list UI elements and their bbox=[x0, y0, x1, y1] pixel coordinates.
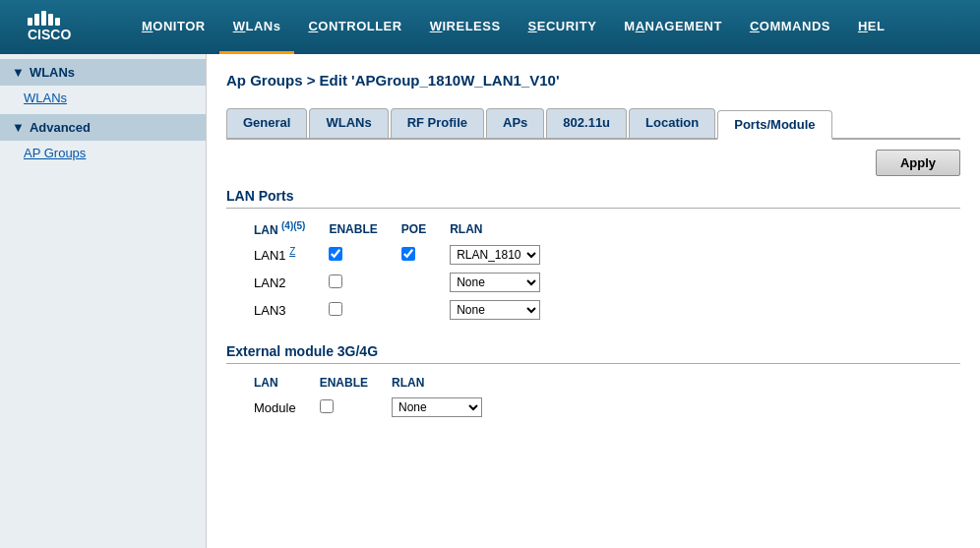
lan1-rlan-cell: RLAN_1810 None bbox=[442, 241, 556, 269]
lan2-enable-cell bbox=[321, 269, 393, 296]
lan2-rlan-select[interactable]: None RLAN_1810 bbox=[450, 273, 540, 292]
nav-security[interactable]: SECURITY bbox=[515, 0, 611, 54]
sidebar-wlans-label: WLANs bbox=[30, 65, 75, 80]
lan2-enable-checkbox[interactable] bbox=[329, 274, 342, 288]
apply-row: Apply bbox=[226, 150, 960, 176]
svg-rect-3 bbox=[48, 14, 53, 26]
module-rlan-select[interactable]: None RLAN_1810 bbox=[392, 397, 482, 417]
module-col-header-enable: ENABLE bbox=[312, 372, 384, 394]
lan-ports-table: LAN (4)(5) ENABLE POE RLAN LAN1 Z bbox=[246, 216, 556, 324]
breadcrumb: Ap Groups > Edit 'APGroup_1810W_LAN1_V10… bbox=[226, 64, 960, 96]
nav-management[interactable]: MANAGEMENT bbox=[610, 0, 736, 54]
table-row: LAN1 Z RLAN_1810 None bbox=[246, 241, 556, 269]
table-row: LAN2 None RLAN_1810 bbox=[246, 269, 556, 296]
footnote-ref-4-5: (4)(5) bbox=[281, 220, 305, 231]
arrow-icon: ▼ bbox=[12, 65, 25, 80]
lan1-poe-checkbox[interactable] bbox=[401, 247, 415, 261]
tab-general[interactable]: General bbox=[226, 108, 307, 138]
lan1-enable-checkbox[interactable] bbox=[329, 247, 342, 261]
lan-ports-section-title: LAN Ports bbox=[226, 188, 960, 209]
svg-rect-0 bbox=[28, 18, 32, 26]
table-row: Module None RLAN_1810 bbox=[246, 394, 498, 421]
module-table: LAN ENABLE RLAN Module None RLAN_1810 bbox=[246, 372, 498, 421]
tab-rf-profile[interactable]: RF Profile bbox=[391, 108, 484, 138]
lan1-footnote-link[interactable]: Z bbox=[289, 246, 295, 257]
lan1-label: LAN1 Z bbox=[246, 241, 321, 269]
lan1-enable-cell bbox=[321, 241, 393, 269]
nav-controller[interactable]: CONTROLLER bbox=[294, 0, 415, 54]
lan3-enable-cell bbox=[321, 296, 393, 324]
nav-wireless[interactable]: WIRELESS bbox=[416, 0, 515, 54]
table-row: LAN3 None RLAN_1810 bbox=[246, 296, 556, 324]
nav-wlans[interactable]: WLANs bbox=[219, 0, 295, 54]
module-rlan-cell: None RLAN_1810 bbox=[384, 394, 498, 421]
sidebar-advanced-header[interactable]: ▼ Advanced bbox=[0, 114, 206, 141]
external-module-section-title: External module 3G/4G bbox=[226, 343, 960, 364]
main-nav: MONITOR WLANs CONTROLLER WIRELESS SECURI… bbox=[128, 0, 980, 54]
lan2-rlan-cell: None RLAN_1810 bbox=[442, 269, 556, 296]
svg-rect-4 bbox=[55, 18, 60, 26]
tab-wlans[interactable]: WLANs bbox=[309, 108, 388, 138]
svg-rect-2 bbox=[41, 11, 46, 26]
lan-col-header-enable: ENABLE bbox=[321, 216, 393, 241]
module-enable-cell bbox=[312, 394, 384, 421]
svg-text:CISCO: CISCO bbox=[28, 27, 71, 42]
module-col-header-rlan: RLAN bbox=[384, 372, 498, 394]
module-col-header-lan: LAN bbox=[246, 372, 312, 394]
arrow-icon-advanced: ▼ bbox=[12, 120, 25, 135]
nav-monitor[interactable]: MONITOR bbox=[128, 0, 219, 54]
lan1-poe-cell bbox=[394, 241, 442, 269]
sidebar-item-wlans[interactable]: WLANs bbox=[0, 86, 206, 110]
sidebar-advanced-label: Advanced bbox=[30, 120, 91, 135]
module-label: Module bbox=[246, 394, 312, 421]
lan-col-header-rlan: RLAN bbox=[442, 216, 556, 241]
apply-button[interactable]: Apply bbox=[876, 150, 960, 176]
sidebar-item-ap-groups[interactable]: AP Groups bbox=[0, 141, 206, 165]
tab-ports-module[interactable]: Ports/Module bbox=[717, 110, 831, 140]
main-container: ▼ WLANs WLANs ▼ Advanced AP Groups Ap Gr… bbox=[0, 54, 980, 548]
lan3-label: LAN3 bbox=[246, 296, 321, 324]
tabs-bar: General WLANs RF Profile APs 802.11u Loc… bbox=[226, 108, 960, 140]
nav-commands[interactable]: COMMANDS bbox=[736, 0, 844, 54]
content-area: Ap Groups > Edit 'APGroup_1810W_LAN1_V10… bbox=[207, 54, 980, 548]
nav-help[interactable]: HEL bbox=[844, 0, 899, 54]
lan3-enable-checkbox[interactable] bbox=[329, 302, 342, 316]
tab-aps[interactable]: APs bbox=[486, 108, 544, 138]
tab-location[interactable]: Location bbox=[629, 108, 715, 138]
lan-col-header-lan: LAN (4)(5) bbox=[246, 216, 321, 241]
svg-rect-1 bbox=[34, 14, 39, 26]
lan1-rlan-select[interactable]: RLAN_1810 None bbox=[450, 245, 540, 265]
tab-80211u[interactable]: 802.11u bbox=[546, 108, 627, 138]
lan3-rlan-cell: None RLAN_1810 bbox=[442, 296, 556, 324]
cisco-logo: CISCO bbox=[0, 0, 128, 54]
lan-col-header-poe: POE bbox=[394, 216, 442, 241]
lan2-poe-cell bbox=[394, 269, 442, 296]
lan3-rlan-select[interactable]: None RLAN_1810 bbox=[450, 300, 540, 320]
sidebar: ▼ WLANs WLANs ▼ Advanced AP Groups bbox=[0, 54, 207, 548]
top-nav: CISCO MONITOR WLANs CONTROLLER WIRELESS … bbox=[0, 0, 980, 54]
lan2-label: LAN2 bbox=[246, 269, 321, 296]
sidebar-wlans-header[interactable]: ▼ WLANs bbox=[0, 59, 206, 86]
module-enable-checkbox[interactable] bbox=[320, 399, 334, 413]
lan3-poe-cell bbox=[394, 296, 442, 324]
